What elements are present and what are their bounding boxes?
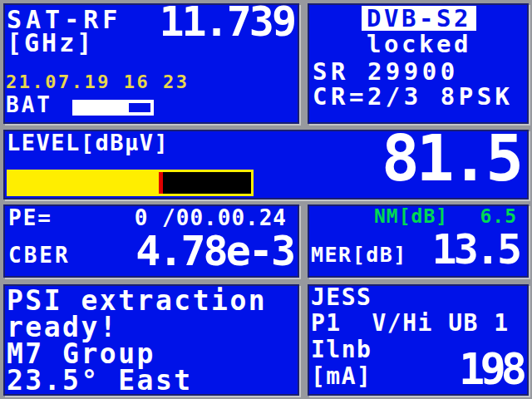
cber-value: 4.78e-3 [135, 230, 293, 272]
lnb-current-value: 198 [459, 347, 522, 391]
datetime-text: 21.07.19 16 23 [6, 73, 189, 91]
level-bar [7, 170, 254, 196]
battery-gauge [72, 100, 154, 116]
meter-screen: SAT-RF [GHz] 11.739 KuH 21.07.19 16 23 B… [0, 0, 532, 399]
panel-dvb: DVB-S2 locked SR 29900 CR=2/3 8PSK [308, 3, 529, 124]
mer-label: MER[dB] [311, 244, 407, 265]
symbol-rate: SR 29900 [313, 60, 459, 84]
lnb-line-4: [mA] [311, 365, 372, 388]
panel-status: PSI extraction ready! M7 Group 23.5° Eas… [3, 284, 299, 396]
pe-value: 0 /00.00.24 [135, 207, 287, 229]
level-bar-fill [9, 172, 159, 194]
battery-marker [129, 103, 150, 112]
level-value: 81.5 [382, 127, 520, 190]
nm-label: NM[dB] [374, 207, 448, 226]
panel-lnb: JESS P1 V/Hi UB 1 Ilnb [mA] 198 [308, 284, 529, 396]
mer-value: 13.5 [432, 229, 519, 270]
status-line-4: 23.5° East [7, 367, 193, 394]
panel-level: LEVEL[dBµV] 81.5 [3, 130, 529, 200]
standard-badge: DVB-S2 [362, 6, 476, 31]
cber-label: CBER [8, 244, 71, 266]
lnb-line-2: P1 V/Hi UB 1 [311, 312, 510, 335]
lnb-line-3: Ilnb [311, 338, 372, 362]
pe-label: PE= [8, 207, 52, 229]
sat-rf-unit: [GHz] [7, 31, 94, 56]
lnb-line-1: JESS [311, 286, 372, 309]
panel-errors: PE= 0 /00.00.24 CBER 4.78e-3 [3, 204, 299, 278]
panel-quality: NM[dB] 6.5 MER[dB] 13.5 [308, 204, 529, 278]
nm-value: 6.5 [480, 207, 517, 226]
lock-status: locked [362, 32, 476, 57]
code-rate: CR=2/3 8PSK [313, 85, 514, 109]
panel-sat-rf: SAT-RF [GHz] 11.739 KuH 21.07.19 16 23 B… [3, 3, 299, 124]
level-label: LEVEL[dBµV] [7, 131, 169, 154]
frequency-value: 11.739 [159, 1, 294, 42]
level-bar-marker [159, 172, 163, 194]
battery-label: BAT [6, 94, 52, 116]
